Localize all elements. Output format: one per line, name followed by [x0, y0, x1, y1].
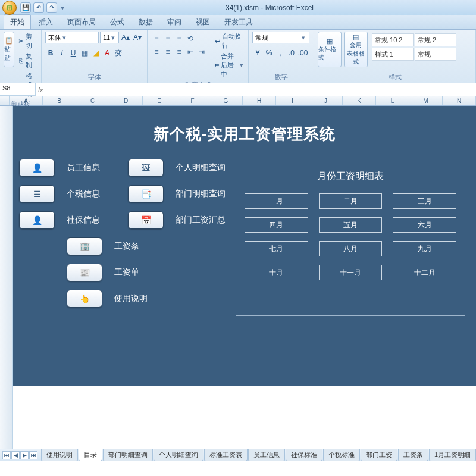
- inc-decimal-icon[interactable]: .0: [286, 48, 297, 58]
- worksheet-area[interactable]: 新个税-实用工资管理系统 👤员工信息 🖼个人明细查询 ☰个税信息 📑部门明细查询…: [0, 106, 476, 461]
- style-cell[interactable]: 常规: [415, 48, 456, 61]
- conditional-format-button[interactable]: ▦条件格式: [318, 32, 342, 67]
- payroll-button[interactable]: 📰: [67, 264, 102, 281]
- month-aug-button[interactable]: 八月: [319, 241, 383, 256]
- col-header[interactable]: K: [343, 96, 376, 105]
- payslip-button[interactable]: 🏢: [67, 237, 102, 255]
- month-feb-button[interactable]: 二月: [319, 193, 383, 209]
- dept-salary-button[interactable]: 📅: [128, 211, 164, 229]
- sheet-tab[interactable]: 个人明细查询: [154, 449, 203, 461]
- select-all-corner[interactable]: [0, 96, 10, 105]
- last-sheet-icon[interactable]: ⏭: [29, 451, 37, 459]
- orientation-icon[interactable]: ⟲: [185, 33, 196, 44]
- style-cell[interactable]: 常规 10 2: [372, 33, 414, 46]
- save-icon[interactable]: 💾: [20, 2, 31, 13]
- fx-icon[interactable]: fx: [38, 86, 43, 93]
- sheet-tab[interactable]: 个税标准: [323, 449, 360, 461]
- sheet-tab[interactable]: 部门明细查询: [103, 449, 153, 461]
- month-jul-button[interactable]: 七月: [245, 241, 308, 256]
- sheet-tab[interactable]: 员工信息: [248, 449, 285, 461]
- month-sep-button[interactable]: 九月: [393, 241, 456, 256]
- tab-review[interactable]: 审阅: [161, 14, 188, 29]
- col-header[interactable]: E: [143, 96, 176, 105]
- align-center-icon[interactable]: ≡: [162, 46, 173, 57]
- month-nov-button[interactable]: 十一月: [319, 265, 383, 280]
- underline-button[interactable]: U: [68, 48, 79, 58]
- tab-insert[interactable]: 插入: [32, 14, 60, 29]
- cut-button[interactable]: ✂剪切: [17, 32, 37, 51]
- tab-home[interactable]: 开始: [4, 14, 31, 29]
- month-dec-button[interactable]: 十二月: [393, 265, 456, 280]
- grow-font-icon[interactable]: A▴: [120, 32, 131, 43]
- personal-detail-button[interactable]: 🖼: [128, 159, 164, 177]
- undo-icon[interactable]: ↶: [33, 2, 44, 13]
- redo-icon[interactable]: ↷: [46, 2, 57, 13]
- sheet-tab[interactable]: 使用说明: [41, 449, 78, 461]
- wrap-text-button[interactable]: ↩自动换行: [213, 32, 245, 51]
- col-header[interactable]: J: [309, 96, 343, 105]
- sheet-tab[interactable]: 部门工资: [361, 449, 397, 461]
- col-header[interactable]: I: [276, 96, 309, 105]
- sheet-tab[interactable]: 目录: [79, 449, 102, 461]
- month-mar-button[interactable]: 三月: [393, 193, 456, 209]
- border-button[interactable]: ▦: [79, 48, 90, 58]
- align-bottom-icon[interactable]: ≡: [174, 33, 184, 44]
- tab-formulas[interactable]: 公式: [104, 14, 131, 29]
- cell-styles-gallery[interactable]: 常规 10 2 常规 2 样式 1 常规: [370, 32, 472, 71]
- col-header[interactable]: G: [209, 96, 243, 105]
- tab-data[interactable]: 数据: [132, 14, 159, 29]
- align-top-icon[interactable]: ≡: [151, 33, 162, 44]
- dec-decimal-icon[interactable]: .00: [298, 48, 308, 58]
- instructions-button[interactable]: 👆: [67, 290, 102, 308]
- align-middle-icon[interactable]: ≡: [162, 33, 173, 44]
- col-header[interactable]: M: [409, 96, 443, 105]
- col-header[interactable]: B: [43, 96, 76, 105]
- font-size-select[interactable]: 11▾: [100, 32, 119, 43]
- italic-button[interactable]: I: [57, 48, 67, 58]
- align-right-icon[interactable]: ≡: [174, 46, 184, 57]
- col-header[interactable]: L: [376, 96, 409, 105]
- tab-view[interactable]: 视图: [189, 14, 217, 29]
- currency-icon[interactable]: ¥: [252, 48, 263, 58]
- number-format-select[interactable]: 常规▾: [252, 32, 309, 43]
- percent-icon[interactable]: %: [264, 48, 274, 58]
- name-box[interactable]: S8: [0, 83, 36, 96]
- col-header[interactable]: N: [443, 96, 476, 105]
- employee-info-button[interactable]: 👤: [19, 159, 55, 177]
- indent-inc-icon[interactable]: ⇥: [196, 46, 207, 57]
- comma-icon[interactable]: ,: [275, 48, 286, 58]
- indent-dec-icon[interactable]: ⇤: [185, 46, 196, 57]
- month-jan-button[interactable]: 一月: [245, 193, 308, 209]
- sheet-tab[interactable]: 1月工资明细: [429, 449, 476, 461]
- format-as-table-button[interactable]: ▤套用 表格格式: [344, 32, 368, 67]
- tab-developer[interactable]: 开发工具: [218, 14, 259, 29]
- qat-dropdown-icon[interactable]: ▾: [60, 4, 65, 12]
- sheet-tab[interactable]: 社保标准: [286, 449, 322, 461]
- col-header[interactable]: A: [10, 96, 43, 105]
- sheet-tab[interactable]: 工资条: [398, 449, 428, 461]
- bold-button[interactable]: B: [45, 48, 56, 58]
- col-header[interactable]: D: [109, 96, 143, 105]
- font-name-select[interactable]: 宋体▾: [45, 32, 99, 43]
- col-header[interactable]: H: [243, 96, 276, 105]
- social-insurance-button[interactable]: 👤: [19, 211, 55, 229]
- copy-button[interactable]: ⎘复制: [17, 51, 37, 70]
- phonetic-button[interactable]: 变: [113, 48, 124, 58]
- sheet-tab[interactable]: 标准工资表: [204, 449, 248, 461]
- month-apr-button[interactable]: 四月: [245, 217, 308, 233]
- first-sheet-icon[interactable]: ⏮: [2, 451, 11, 459]
- month-oct-button[interactable]: 十月: [245, 265, 308, 280]
- style-cell[interactable]: 样式 1: [372, 48, 414, 61]
- row-headers[interactable]: [0, 106, 13, 461]
- next-sheet-icon[interactable]: ▶: [20, 451, 29, 459]
- paste-button[interactable]: 📋粘贴: [4, 32, 14, 67]
- style-cell[interactable]: 常规 2: [415, 33, 456, 46]
- dept-detail-button[interactable]: 📑: [128, 185, 164, 203]
- shrink-font-icon[interactable]: A▾: [132, 32, 143, 43]
- tax-info-button[interactable]: ☰: [19, 185, 55, 203]
- month-may-button[interactable]: 五月: [319, 217, 383, 233]
- font-color-button[interactable]: A: [102, 48, 112, 58]
- formula-bar[interactable]: fx: [36, 83, 476, 96]
- prev-sheet-icon[interactable]: ◀: [11, 451, 20, 459]
- fill-color-button[interactable]: ◢: [90, 48, 101, 58]
